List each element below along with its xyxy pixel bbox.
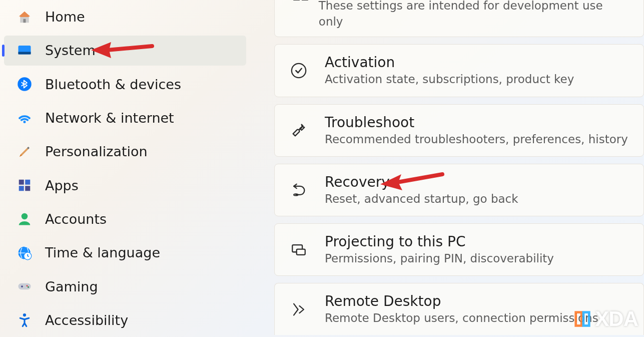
svg-point-11 xyxy=(21,285,23,287)
sidebar-item-bluetooth[interactable]: Bluetooth & devices xyxy=(4,70,246,99)
checkmark-circle-icon xyxy=(290,62,308,80)
bluetooth-icon xyxy=(16,76,33,93)
system-icon xyxy=(16,42,33,59)
sidebar-item-label: Time & language xyxy=(45,245,160,260)
sidebar-item-gaming[interactable]: Gaming xyxy=(4,271,246,301)
card-sub: Remote Desktop users, connection permiss… xyxy=(325,310,598,326)
gaming-icon xyxy=(16,278,33,295)
sidebar-item-label: Accessibility xyxy=(45,312,128,328)
svg-rect-10 xyxy=(19,283,31,290)
svg-rect-3 xyxy=(19,180,24,185)
card-recovery[interactable]: Recovery Reset, advanced startup, go bac… xyxy=(274,164,644,216)
recovery-icon xyxy=(290,181,308,199)
svg-point-12 xyxy=(27,285,28,286)
svg-rect-6 xyxy=(25,186,30,191)
svg-rect-4 xyxy=(25,180,30,185)
card-title: Projecting to this PC xyxy=(325,233,554,250)
svg-rect-1 xyxy=(19,52,31,54)
sidebar-item-label: Network & internet xyxy=(45,110,174,126)
card-sub: Permissions, pairing PIN, discoverabilit… xyxy=(325,250,554,266)
svg-point-13 xyxy=(28,286,29,288)
sidebar-item-label: Accounts xyxy=(45,211,107,227)
sidebar: Home System Bluetooth & devices Network … xyxy=(0,0,250,337)
card-title: Activation xyxy=(325,54,574,71)
sidebar-item-accounts[interactable]: Accounts xyxy=(4,204,246,234)
apps-icon xyxy=(16,177,33,194)
sidebar-item-personalization[interactable]: Personalization xyxy=(4,137,246,166)
wrench-icon xyxy=(290,121,308,139)
accounts-icon xyxy=(16,210,33,227)
card-sub: Activation state, subscriptions, product… xyxy=(325,71,574,87)
svg-rect-18 xyxy=(297,249,305,254)
svg-point-7 xyxy=(22,213,28,220)
xda-logo-icon xyxy=(573,309,592,328)
xda-text: XDA xyxy=(595,307,638,331)
card-title: Remote Desktop xyxy=(325,292,598,310)
card-sub: Reset, advanced startup, go back xyxy=(325,191,518,207)
card-activation[interactable]: Activation Activation state, subscriptio… xyxy=(274,44,644,97)
paintbrush-icon xyxy=(16,143,33,160)
sidebar-item-label: System xyxy=(45,43,96,58)
card-projecting[interactable]: Projecting to this PC Permissions, pairi… xyxy=(274,223,644,276)
xda-watermark: XDA xyxy=(573,307,638,331)
card-devhome[interactable]: These settings are intended for developm… xyxy=(274,0,644,37)
main-panel: These settings are intended for developm… xyxy=(250,0,644,337)
remote-desktop-icon xyxy=(290,300,308,318)
sidebar-item-system[interactable]: System xyxy=(4,36,246,65)
svg-point-14 xyxy=(23,313,26,316)
card-title: Recovery xyxy=(325,173,518,191)
accessibility-icon xyxy=(16,311,33,328)
card-title: Troubleshoot xyxy=(325,114,628,131)
svg-rect-5 xyxy=(19,186,24,191)
sidebar-item-apps[interactable]: Apps xyxy=(4,170,246,200)
card-sub: These settings are intended for developm… xyxy=(319,0,629,30)
sidebar-item-home[interactable]: Home xyxy=(4,2,246,32)
wifi-icon xyxy=(16,110,33,127)
projecting-icon xyxy=(290,241,308,259)
home-icon xyxy=(16,9,33,26)
sidebar-item-time[interactable]: Time & language xyxy=(4,238,246,267)
globe-clock-icon xyxy=(16,244,33,261)
sidebar-item-label: Bluetooth & devices xyxy=(45,77,181,92)
sidebar-item-label: Personalization xyxy=(45,144,148,159)
sidebar-item-network[interactable]: Network & internet xyxy=(4,103,246,133)
sidebar-item-accessibility[interactable]: Accessibility xyxy=(4,305,246,335)
sidebar-item-label: Gaming xyxy=(45,279,98,294)
card-sub: Recommended troubleshooters, preferences… xyxy=(325,131,628,147)
sidebar-item-label: Apps xyxy=(45,178,79,193)
sidebar-item-label: Home xyxy=(45,9,85,25)
card-troubleshoot[interactable]: Troubleshoot Recommended troubleshooters… xyxy=(274,104,644,157)
devhome-icon xyxy=(290,0,312,1)
svg-point-15 xyxy=(292,64,306,78)
